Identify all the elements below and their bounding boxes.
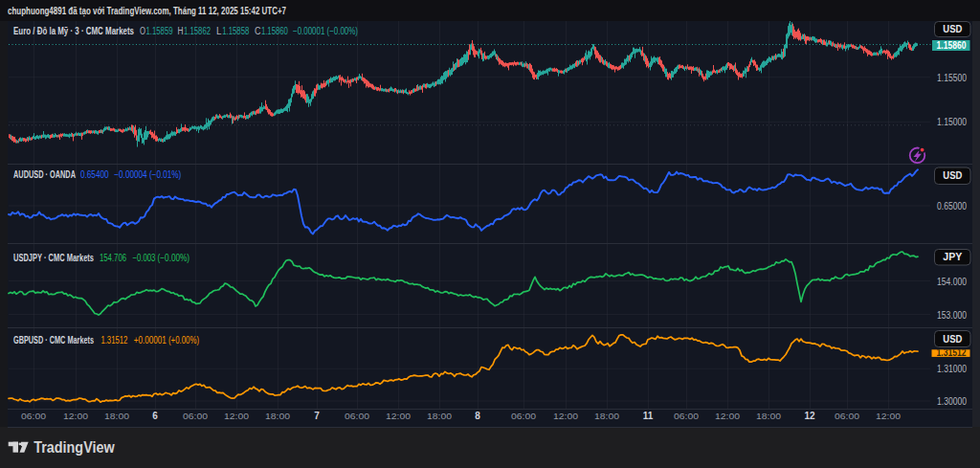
svg-text:AUDUSD · OANDA: AUDUSD · OANDA [13,169,76,180]
svg-text:06:00: 06:00 [21,411,46,421]
svg-text:−0.003: −0.003 [132,253,155,263]
svg-text:1.15858: 1.15858 [222,26,249,36]
svg-text:12:00: 12:00 [224,411,249,421]
svg-text:USD: USD [943,24,962,34]
svg-text:Euro / Đô la Mỹ · 3 · CMC Mark: Euro / Đô la Mỹ · 3 · CMC Markets [13,26,134,36]
svg-text:(−0.00%): (−0.00%) [158,253,190,263]
svg-text:18:00: 18:00 [265,411,290,421]
svg-text:7: 7 [314,411,320,421]
svg-text:JPY: JPY [943,252,962,262]
svg-text:12:00: 12:00 [715,411,740,421]
svg-text:18:00: 18:00 [756,411,781,421]
svg-text:06:00: 06:00 [674,411,699,421]
svg-text:1.15500: 1.15500 [937,73,967,83]
svg-text:1.15862: 1.15862 [184,26,211,36]
svg-text:O: O [140,26,145,36]
svg-text:12:00: 12:00 [63,411,88,421]
svg-text:−0.00001 (−0.00%): −0.00001 (−0.00%) [293,26,358,36]
svg-text:−0.00004 (−0.01%): −0.00004 (−0.01%) [114,169,181,180]
svg-text:(+0.00%): (+0.00%) [168,335,199,345]
svg-text:6: 6 [152,411,158,421]
svg-text:L: L [216,26,222,36]
svg-text:C: C [255,26,261,36]
svg-text:1.30000: 1.30000 [937,396,967,407]
svg-text:USD: USD [943,170,962,181]
svg-text:USDJPY · CMC Markets: USDJPY · CMC Markets [13,253,94,263]
svg-text:12:00: 12:00 [553,411,578,421]
svg-text:18:00: 18:00 [594,411,619,421]
svg-text:USD: USD [943,334,962,345]
svg-text:12:00: 12:00 [386,411,411,421]
svg-text:H: H [177,26,183,36]
svg-text:154.000: 154.000 [937,277,967,287]
svg-text:154.706: 154.706 [100,253,126,263]
svg-text:12: 12 [804,411,815,421]
svg-text:11: 11 [643,411,654,421]
svg-text:8: 8 [475,411,480,421]
svg-text:06:00: 06:00 [835,411,859,421]
svg-text:06:00: 06:00 [511,411,536,421]
svg-text:GBPUSD · CMC Markets: GBPUSD · CMC Markets [13,335,94,345]
svg-text:1.15000: 1.15000 [937,117,967,127]
svg-text:0.65400: 0.65400 [80,169,109,180]
svg-text:1.15859: 1.15859 [146,26,173,36]
svg-text:+0.00001: +0.00001 [134,335,167,345]
svg-text:06:00: 06:00 [183,411,208,421]
svg-text:153.000: 153.000 [937,310,967,321]
svg-text:1.15860: 1.15860 [261,26,288,36]
svg-text:0.65000: 0.65000 [937,201,967,212]
svg-text:1.15860: 1.15860 [937,40,967,51]
svg-text:TradingView: TradingView [33,439,115,456]
svg-text:chuphuong4891 đã tạo với Tradi: chuphuong4891 đã tạo với TradingView.com… [8,5,286,17]
svg-text:18:00: 18:00 [427,411,452,421]
svg-text:18:00: 18:00 [104,411,129,421]
svg-text:06:00: 06:00 [345,411,369,421]
svg-text:12:00: 12:00 [876,411,901,421]
svg-text:1.31000: 1.31000 [937,364,967,374]
svg-text:1.31512: 1.31512 [100,335,127,345]
